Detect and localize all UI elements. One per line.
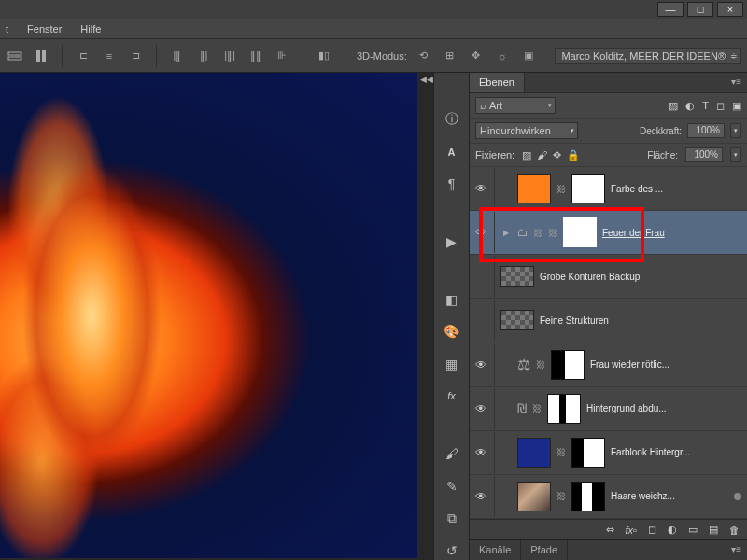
mask-link-icon[interactable]: ⛓: [557, 491, 566, 501]
layer-row[interactable]: 👁▶🗀⛓⛓Feuer der Frau: [470, 211, 747, 255]
visibility-toggle-icon[interactable]: 👁: [473, 446, 488, 459]
layer-row[interactable]: 👁⛓Haare weichz...: [470, 475, 747, 519]
mask-link-icon[interactable]: ⛓: [532, 403, 542, 413]
panel-menu-icon[interactable]: ▾≡: [726, 73, 747, 92]
layer-name[interactable]: Feuer der Frau: [602, 228, 665, 238]
workspace-dropdown[interactable]: Marco Kolditz, MEER DER IDEEN®≑: [555, 48, 741, 64]
layer-row[interactable]: 👁Grobe Konturen Backup: [470, 255, 747, 299]
lock-pixel-icon[interactable]: 🖌: [537, 149, 547, 161]
dist-2-icon[interactable]: ‖|: [194, 44, 213, 68]
auto-align-icon[interactable]: [6, 44, 24, 68]
align-center-h-icon[interactable]: ≡: [100, 44, 119, 68]
link-layers-icon[interactable]: ⇔: [606, 524, 614, 536]
panel-collapse-icon[interactable]: ◀◀: [420, 75, 433, 84]
layer-row[interactable]: 👁⚖⛓Frau wieder rötlic...: [470, 343, 747, 387]
fill-flyout-icon[interactable]: ▾: [730, 147, 741, 162]
dist-4-icon[interactable]: ‖‖: [247, 44, 265, 68]
mask-link-icon[interactable]: ⛓: [557, 447, 566, 457]
document-canvas[interactable]: [0, 73, 417, 558]
lock-all-icon[interactable]: 🔒: [567, 149, 580, 161]
layer-mask-thumbnail[interactable]: [563, 217, 597, 247]
lock-pos-icon[interactable]: ✥: [553, 149, 561, 161]
align-right-icon[interactable]: ⊐: [126, 44, 145, 68]
layer-thumbnail[interactable]: [517, 174, 551, 203]
layer-row[interactable]: 👁⛓Farblook Hintergr...: [470, 431, 747, 475]
layer-thumbnail[interactable]: [517, 482, 551, 511]
fill-input[interactable]: 100%: [685, 147, 723, 162]
layer-mask-thumbnail[interactable]: [551, 350, 585, 380]
paragraph-icon[interactable]: ¶: [442, 175, 462, 194]
layer-filter-dropdown[interactable]: ⌕Art▾: [475, 97, 556, 114]
align-icon-1[interactable]: [32, 44, 50, 68]
window-maximize[interactable]: □: [687, 2, 713, 17]
layer-mask-thumbnail[interactable]: [571, 438, 605, 468]
menu-hilfe[interactable]: Hilfe: [80, 23, 101, 35]
window-minimize[interactable]: —: [657, 2, 684, 17]
mask-link-icon[interactable]: ⛓: [557, 184, 566, 194]
3d-icon[interactable]: ▮▯: [315, 44, 333, 68]
tab-kanale[interactable]: Kanäle: [470, 540, 521, 560]
layer-row[interactable]: 👁⛓Farbe des ...: [470, 167, 747, 211]
window-close[interactable]: ×: [717, 2, 743, 17]
visibility-toggle-icon[interactable]: 👁: [473, 226, 488, 239]
layer-thumbnail[interactable]: [500, 310, 534, 330]
3d-move-icon[interactable]: ✥: [467, 44, 486, 68]
history-icon[interactable]: ↺: [442, 540, 462, 560]
tab-pfade[interactable]: Pfade: [521, 540, 568, 560]
3d-pan-icon[interactable]: ⊞: [441, 44, 459, 68]
clone-icon[interactable]: ⧉: [442, 509, 462, 528]
layer-mask-thumbnail[interactable]: [571, 174, 605, 203]
mask-icon[interactable]: ◻: [648, 524, 656, 536]
opacity-input[interactable]: 100%: [687, 123, 725, 138]
styles-icon[interactable]: ▦: [442, 355, 462, 374]
trash-icon[interactable]: 🗑: [729, 525, 740, 536]
filter-adjust-icon[interactable]: ◐: [685, 100, 695, 112]
layer-name[interactable]: Hintergrund abdu...: [586, 403, 667, 413]
layer-thumbnail[interactable]: [517, 438, 551, 468]
visibility-toggle-icon[interactable]: 👁: [473, 402, 488, 415]
menu-fenster[interactable]: Fenster: [27, 23, 62, 35]
info-icon[interactable]: ⓘ: [442, 110, 462, 130]
fill-adjust-icon[interactable]: ◐: [668, 524, 677, 536]
dist-5-icon[interactable]: ⊪: [273, 44, 291, 68]
dist-1-icon[interactable]: |‖: [168, 44, 187, 68]
character-icon[interactable]: A: [442, 143, 462, 162]
color-icon[interactable]: 🎨: [442, 322, 462, 342]
bottom-panel-menu-icon[interactable]: ▾≡: [726, 540, 747, 560]
layer-row[interactable]: 👁Feine Strukturen: [470, 299, 747, 343]
menu-t[interactable]: t: [6, 23, 8, 35]
3d-light-icon[interactable]: ☼: [493, 44, 512, 68]
layer-row[interactable]: 👁₪⛓Hintergrund abdu...: [470, 387, 747, 431]
3d-cam-icon[interactable]: ▣: [519, 44, 538, 68]
dist-3-icon[interactable]: |‖|: [220, 44, 239, 68]
opacity-flyout-icon[interactable]: ▾: [730, 123, 741, 138]
filter-pixel-icon[interactable]: ▨: [669, 100, 678, 112]
play-icon[interactable]: ▶: [442, 232, 462, 252]
adjustments-icon[interactable]: fx: [442, 386, 462, 406]
fx-icon[interactable]: fx▫: [626, 525, 637, 536]
group-icon[interactable]: ▭: [688, 524, 698, 536]
layer-name[interactable]: Grobe Konturen Backup: [540, 272, 640, 282]
new-layer-icon[interactable]: ▤: [709, 524, 718, 536]
swatches-icon[interactable]: ◧: [442, 289, 462, 309]
layer-name[interactable]: Feine Strukturen: [540, 315, 609, 326]
layer-name[interactable]: Farbe des ...: [611, 184, 663, 194]
layer-mask-thumbnail[interactable]: [571, 482, 605, 511]
layer-mask-thumbnail[interactable]: [547, 394, 581, 424]
blend-mode-dropdown[interactable]: Hindurchwirken▾: [475, 122, 578, 139]
disclosure-icon[interactable]: ▶: [500, 229, 512, 237]
filter-shape-icon[interactable]: ◻: [716, 100, 725, 112]
align-left-icon[interactable]: ⊏: [74, 44, 92, 68]
visibility-toggle-icon[interactable]: 👁: [473, 358, 488, 371]
visibility-toggle-icon[interactable]: 👁: [473, 490, 488, 503]
brush-settings-icon[interactable]: ✎: [442, 476, 462, 496]
layer-name[interactable]: Haare weichz...: [611, 491, 675, 501]
layer-name[interactable]: Farblook Hintergr...: [611, 447, 690, 457]
brush-icon[interactable]: 🖌: [442, 444, 462, 464]
tab-ebenen[interactable]: Ebenen: [470, 73, 525, 92]
lock-trans-icon[interactable]: ▨: [522, 149, 531, 161]
filter-smart-icon[interactable]: ▣: [732, 100, 741, 112]
visibility-toggle-icon[interactable]: 👁: [473, 270, 488, 283]
layer-name[interactable]: Frau wieder rötlic...: [590, 359, 669, 370]
3d-orbit-icon[interactable]: ⟲: [415, 44, 433, 68]
